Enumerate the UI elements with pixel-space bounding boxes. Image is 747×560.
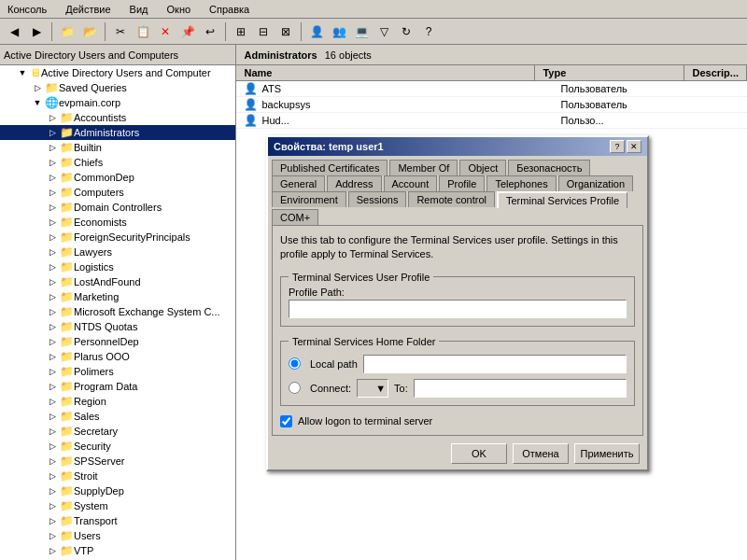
tab-sessions[interactable]: Sessions [348, 191, 407, 207]
allow-logon-checkbox[interactable] [280, 415, 292, 427]
tree-folder-security[interactable]: ▷ 📁 Security [0, 439, 235, 454]
back-button[interactable]: ◀ [4, 21, 24, 42]
tree-folder-stroit[interactable]: ▷ 📁 Stroit [0, 469, 235, 483]
tree-folder-administrators[interactable]: ▷ 📁 Administrators [0, 125, 235, 140]
tree-folder-logistics[interactable]: ▷ 📁 Logistics [0, 259, 235, 274]
row-type-1: Пользователь [560, 83, 740, 94]
copy-button[interactable]: 📋 [133, 21, 153, 42]
help-button[interactable]: ? [418, 21, 439, 42]
col-name[interactable]: Name [236, 65, 535, 80]
tree-folder-accountists[interactable]: ▷ 📁 Accountists [0, 110, 235, 125]
tab-remote-control[interactable]: Remote control [408, 191, 495, 207]
to-input[interactable] [414, 379, 627, 398]
tree-saved-queries[interactable]: ▷ 📁 Saved Queries [0, 80, 235, 95]
ts-home-folder-legend: Terminal Services Home Folder [289, 336, 439, 347]
props-button[interactable]: ⊠ [275, 21, 296, 42]
dialog-close-btn[interactable]: ✕ [627, 140, 641, 153]
tab-bar-row1: Published Certificates Member Of Object … [268, 156, 647, 175]
tree-folder-vtp[interactable]: ▷ 📁 VTP [0, 543, 235, 558]
tree-root[interactable]: ▼ 🖥 Active Directory Users and Computer [0, 65, 235, 80]
tree-folder-commondep[interactable]: ▷ 📁 CommonDep [0, 170, 235, 185]
local-path-radio[interactable] [289, 357, 301, 370]
tree-folder-lostandfound[interactable]: ▷ 📁 LostAndFound [0, 274, 235, 289]
tree-folder-sales[interactable]: ▷ 📁 Sales [0, 409, 235, 424]
menu-help[interactable]: Справка [205, 3, 253, 16]
tree-folder-marketing[interactable]: ▷ 📁 Marketing [0, 289, 235, 304]
tree-expand-domain[interactable]: ▼ [30, 98, 45, 107]
tree-folder-polimers[interactable]: ▷ 📁 Polimers [0, 364, 235, 379]
tree-folder-builtin[interactable]: ▷ 📁 Builtin [0, 140, 235, 155]
menu-console[interactable]: Консоль [4, 3, 50, 16]
row-type-3: Пользо... [560, 115, 740, 126]
users-button[interactable]: 👤 [306, 21, 327, 42]
tab-object[interactable]: Object [459, 160, 506, 175]
move-button[interactable]: ⊞ [231, 21, 251, 42]
dialog-help-btn[interactable]: ? [610, 140, 625, 153]
apply-button[interactable]: Применить [574, 443, 640, 464]
menu-action[interactable]: Действие [62, 3, 114, 16]
list-item[interactable]: 👤 Hud... Пользо... [236, 113, 747, 129]
cancel-button[interactable]: Отмена [513, 443, 569, 464]
tab-ts-profile[interactable]: Terminal Services Profile [497, 191, 627, 208]
tree-folder-economists[interactable]: ▷ 📁 Economists [0, 215, 235, 230]
tree-folder-system[interactable]: ▷ 📁 System [0, 498, 235, 513]
new-button[interactable]: ⊟ [253, 21, 274, 42]
forward-button[interactable]: ▶ [26, 21, 47, 42]
allow-logon-row: Allow logon to terminal server [280, 415, 635, 427]
undo-button[interactable]: ↩ [200, 21, 220, 42]
tree-expand-saved[interactable]: ▷ [30, 83, 45, 92]
tree-folder-supplydep[interactable]: ▷ 📁 SupplyDep [0, 483, 235, 498]
tree-folder-secretary[interactable]: ▷ 📁 Secretary [0, 424, 235, 439]
tree-folder-transport[interactable]: ▷ 📁 Transport [0, 513, 235, 528]
col-desc[interactable]: Descrip... [684, 65, 747, 80]
tree-folder-region[interactable]: ▷ 📁 Region [0, 394, 235, 409]
tree-folder-users[interactable]: ▷ 📁 Users [0, 528, 235, 543]
tab-com-plus[interactable]: COM+ [272, 209, 318, 225]
tree-expand-icon[interactable]: ▼ [15, 68, 30, 77]
list-item[interactable]: 👤 backupsys Пользователь [236, 97, 747, 113]
tab-general[interactable]: General [272, 175, 325, 191]
local-path-input[interactable] [363, 355, 627, 373]
tab-bar-row2: General Address Account Profile Telephon… [268, 175, 647, 191]
up-button[interactable]: 📁 [57, 21, 78, 42]
tree-folder-fsp[interactable]: ▷ 📁 ForeignSecurityPrincipals [0, 230, 235, 245]
tab-member-of[interactable]: Member Of [389, 160, 458, 175]
menu-window[interactable]: Окно [163, 3, 195, 16]
tree-folder-domain-controllers[interactable]: ▷ 📁 Domain Controllers [0, 200, 235, 215]
tab-security-ru[interactable]: Безопасность [508, 160, 590, 175]
connect-radio[interactable] [289, 382, 301, 394]
tab-organization[interactable]: Organization [558, 175, 633, 191]
tab-telephones[interactable]: Telephones [486, 175, 556, 191]
tree-folder-computers[interactable]: ▷ 📁 Computers [0, 185, 235, 200]
paste-button[interactable]: 📌 [177, 21, 198, 42]
list-item[interactable]: 👤 ATS Пользователь [236, 81, 747, 97]
computers-button[interactable]: 💻 [351, 21, 372, 42]
tab-profile[interactable]: Profile [439, 175, 485, 191]
refresh-button[interactable]: ↻ [396, 21, 416, 42]
tree-folder-plarus[interactable]: ▷ 📁 Plarus OOO [0, 349, 235, 364]
drive-dropdown[interactable]: ▼ [357, 379, 388, 398]
separator-4 [301, 22, 302, 41]
groups-button[interactable]: 👥 [329, 21, 349, 42]
tree-folder-ntds[interactable]: ▷ 📁 NTDS Quotas [0, 319, 235, 334]
cut-button[interactable]: ✂ [110, 21, 131, 42]
tab-address[interactable]: Address [327, 175, 381, 191]
ok-button[interactable]: OK [451, 443, 507, 464]
tree-folder-lawyers[interactable]: ▷ 📁 Lawyers [0, 245, 235, 259]
tab-environment[interactable]: Environment [272, 191, 346, 207]
menu-view[interactable]: Вид [126, 3, 152, 16]
tree-folder-programdata[interactable]: ▷ 📁 Program Data [0, 379, 235, 394]
folder-button[interactable]: 📂 [79, 21, 100, 42]
col-type[interactable]: Type [535, 65, 684, 80]
tree-domain[interactable]: ▼ 🌐 evpmain.corp [0, 95, 235, 110]
filter-button[interactable]: ▽ [374, 21, 394, 42]
profile-path-input[interactable] [289, 300, 627, 318]
tree-folder-personneldep[interactable]: ▷ 📁 PersonnelDep [0, 334, 235, 349]
tab-account[interactable]: Account [384, 175, 438, 191]
tree-folder-exchange[interactable]: ▷ 📁 Microsoft Exchange System C... [0, 304, 235, 319]
delete-button[interactable]: ✕ [155, 21, 176, 42]
tree-folder-spsserver[interactable]: ▷ 📁 SPSServer [0, 454, 235, 469]
tree-folder-chiefs[interactable]: ▷ 📁 Chiefs [0, 155, 235, 170]
separator-3 [225, 22, 226, 41]
tab-published-certs[interactable]: Published Certificates [272, 160, 388, 175]
